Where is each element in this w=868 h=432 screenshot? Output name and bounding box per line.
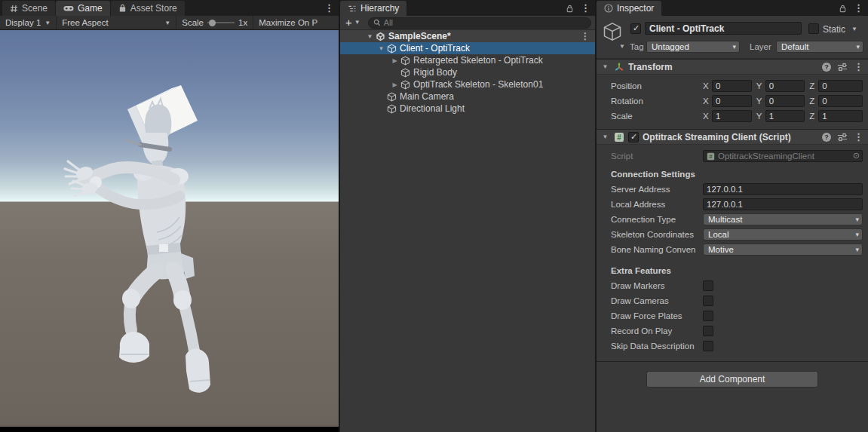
component-title: Transform (628, 62, 818, 72)
scale-y-field[interactable] (765, 110, 805, 122)
scale-x-field[interactable] (712, 110, 752, 122)
static-dropdown-icon[interactable]: ▼ (851, 26, 857, 32)
lock-icon[interactable] (839, 4, 847, 13)
draw-markers-row: Draw Markers (597, 278, 868, 293)
foldout-expanded-icon[interactable]: ▼ (600, 133, 610, 140)
transform-icon (614, 62, 624, 72)
object-picker-icon[interactable]: ⊙ (853, 151, 860, 161)
tab-scene[interactable]: Scene (2, 1, 55, 16)
foldout-expanded-icon[interactable]: ▼ (376, 45, 386, 52)
lock-icon[interactable] (566, 4, 574, 13)
layer-dropdown[interactable]: Default (776, 41, 863, 53)
hierarchy-item-directional-light[interactable]: Directional Light (340, 103, 595, 115)
draw-force-plates-checkbox[interactable] (703, 311, 713, 321)
component-title: Optitrack Streaming Client (Script) (643, 132, 818, 142)
position-y-field[interactable] (765, 80, 805, 92)
static-checkbox[interactable] (808, 23, 819, 34)
help-icon[interactable]: ? (822, 63, 831, 72)
local-address-row: Local Address (597, 197, 868, 212)
hierarchy-search[interactable] (368, 17, 591, 29)
scale-slider[interactable] (207, 22, 235, 23)
tab-asset-store[interactable]: Asset Store (111, 1, 185, 16)
skip-data-description-checkbox[interactable] (703, 341, 713, 351)
inspector-body: ▼ Static ▼ Tag Untagged Layer Default ▼ … (597, 16, 868, 432)
aspect-dropdown[interactable]: Free Aspect ▼ (57, 16, 176, 29)
inspector-menu-kebab-icon[interactable]: ⋮ (854, 3, 863, 13)
game-toolbar: Display 1 ▼ Free Aspect ▼ Scale 1x Maxim… (0, 16, 339, 30)
component-enabled-checkbox[interactable] (628, 132, 639, 142)
tab-inspector[interactable]: Inspector (597, 1, 661, 16)
tab-label: Inspector (617, 3, 654, 14)
search-input[interactable] (384, 18, 586, 27)
game-viewport (0, 30, 339, 427)
tab-game[interactable]: Game (56, 1, 110, 16)
static-label: Static (823, 24, 845, 35)
position-x-field[interactable] (712, 80, 752, 92)
presets-icon[interactable] (837, 133, 848, 142)
hierarchy-menu-kebab-icon[interactable]: ⋮ (581, 3, 590, 13)
script-object-field[interactable]: # OptitrackStreamingClient ⊙ (703, 150, 863, 162)
slider-knob[interactable] (209, 20, 216, 26)
foldout-expanded-icon[interactable]: ▼ (600, 63, 610, 70)
foldout-expanded-icon[interactable]: ▼ (365, 33, 375, 40)
optitrack-component-header[interactable]: ▼ # Optitrack Streaming Client (Script) … (597, 129, 868, 145)
gameobject-cube-icon[interactable] (602, 21, 623, 42)
hierarchy-item-optitrack-skeleton[interactable]: ▶ OptiTrack Skeleton - Skeleton01 (340, 78, 595, 90)
csharp-script-icon: # (707, 152, 715, 161)
draw-cameras-checkbox[interactable] (703, 296, 713, 306)
hierarchy-item-scene[interactable]: ▼ SampleScene* ⋮ (340, 30, 595, 42)
server-address-field[interactable] (703, 183, 863, 195)
maximize-on-play-button[interactable]: Maximize On P (253, 16, 323, 29)
scale-z-field[interactable] (818, 110, 863, 122)
hierarchy-item-client-optitrack[interactable]: ▼ Client - OptiTrack (340, 42, 595, 54)
local-address-field[interactable] (703, 198, 863, 210)
item-label: Retargeted Skeleton - OptiTrack (413, 55, 543, 66)
connection-type-dropdown[interactable]: Multicast (703, 213, 863, 225)
scale-label: Scale (182, 18, 204, 27)
transform-row-position: Position X Y Z (597, 78, 868, 93)
chevron-down-icon[interactable]: ▼ (619, 43, 625, 50)
item-label: SampleScene* (388, 31, 451, 41)
layer-label: Layer (750, 42, 771, 51)
display-dropdown[interactable]: Display 1 ▼ (0, 16, 56, 29)
unity-scene-icon (375, 31, 385, 41)
aspect-label: Free Aspect (62, 18, 108, 27)
gameobject-name-field[interactable] (645, 22, 802, 35)
create-button[interactable]: + ▼ (344, 17, 362, 28)
tag-dropdown[interactable]: Untagged (646, 41, 740, 53)
record-on-play-checkbox[interactable] (703, 326, 713, 336)
property-label: Rotation (611, 97, 703, 106)
scale-control: Scale 1x (176, 16, 253, 29)
search-icon (373, 19, 382, 27)
presets-icon[interactable] (837, 63, 848, 72)
add-component-area: Add Component (597, 361, 868, 388)
item-label: Rigid Body (413, 67, 457, 78)
bone-naming-dropdown[interactable]: Motive (703, 244, 863, 256)
add-component-button[interactable]: Add Component (646, 371, 818, 388)
script-row: Script # OptitrackStreamingClient ⊙ (597, 149, 868, 164)
position-z-field[interactable] (818, 80, 863, 92)
rotation-z-field[interactable] (818, 95, 863, 107)
bone-naming-row: Bone Naming Conven Motive (597, 242, 868, 257)
scene-kebab-icon[interactable]: ⋮ (581, 31, 590, 41)
gameobject-enabled-checkbox[interactable] (630, 23, 641, 34)
skeleton-coordinates-dropdown[interactable]: Local (703, 228, 863, 241)
hierarchy-item-rigid-body[interactable]: Rigid Body (340, 66, 595, 78)
game-menu-kebab-icon[interactable]: ⋮ (324, 3, 334, 13)
hierarchy-item-main-camera[interactable]: Main Camera (340, 90, 595, 103)
transform-header[interactable]: ▼ Transform ? ⋮ (597, 59, 868, 75)
component-kebab-icon[interactable]: ⋮ (854, 132, 863, 142)
inspector-panel: Inspector ⋮ ▼ Static ▼ Tag Untagged Laye… (597, 0, 868, 432)
help-icon[interactable]: ? (822, 133, 831, 142)
rotation-x-field[interactable] (712, 95, 752, 107)
foldout-collapsed-icon[interactable]: ▶ (390, 57, 400, 64)
rotation-y-field[interactable] (765, 95, 805, 107)
component-kebab-icon[interactable]: ⋮ (854, 62, 863, 72)
hierarchy-item-retargeted-skeleton[interactable]: ▶ Retargeted Skeleton - OptiTrack (340, 54, 595, 66)
bag-icon (118, 4, 127, 13)
tab-hierarchy[interactable]: Hierarchy (340, 1, 406, 16)
chevron-down-icon: ▼ (164, 20, 170, 26)
cube-icon (386, 43, 397, 54)
draw-markers-checkbox[interactable] (703, 280, 713, 291)
foldout-collapsed-icon[interactable]: ▶ (390, 81, 400, 88)
